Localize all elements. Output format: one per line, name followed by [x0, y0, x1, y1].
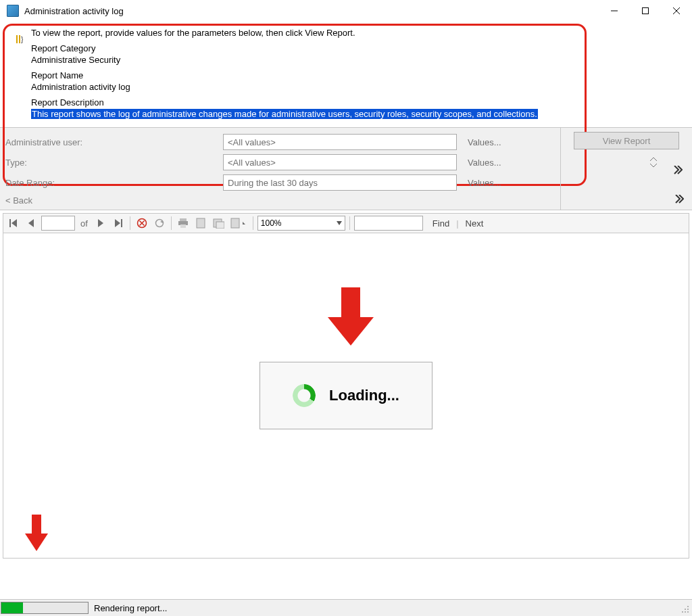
report-description-label: Report Description [31, 97, 684, 108]
page-number-input[interactable] [41, 216, 75, 231]
stop-icon[interactable] [134, 216, 149, 231]
svg-rect-21 [197, 218, 205, 228]
print-layout-icon[interactable] [193, 216, 208, 231]
svg-point-16 [155, 220, 163, 227]
svg-marker-11 [115, 219, 120, 227]
svg-point-32 [685, 609, 686, 610]
param-label-admin-user: Administrative user: [5, 137, 223, 147]
find-input[interactable] [354, 216, 423, 231]
first-page-icon[interactable] [6, 216, 21, 231]
status-bar: Rendering report... [0, 599, 692, 616]
svg-rect-5 [19, 35, 20, 43]
param-values-link-admin-user[interactable]: Values... [468, 137, 501, 147]
param-input-date-range[interactable]: During the last 30 days [223, 174, 457, 191]
progress-bar [1, 602, 89, 614]
annotation-arrow-loading [328, 287, 374, 347]
svg-rect-4 [16, 35, 18, 43]
svg-marker-17 [160, 220, 163, 223]
svg-rect-18 [180, 218, 187, 221]
svg-rect-24 [231, 218, 239, 228]
param-label-date-range: Date Range: [5, 178, 223, 188]
svg-marker-25 [243, 222, 245, 224]
report-category-value: Administrative Security [31, 55, 684, 65]
resize-grip-icon[interactable] [681, 605, 689, 613]
report-name-value: Administration activity log [31, 82, 684, 92]
close-button[interactable] [661, 1, 692, 21]
svg-point-35 [685, 611, 686, 613]
svg-marker-8 [11, 219, 17, 227]
report-name-label: Report Name [31, 70, 684, 80]
title-bar: Administration activity log [0, 0, 692, 22]
parameters-panel: Administrative user: <All values> Values… [0, 127, 692, 210]
last-page-icon[interactable] [111, 216, 126, 231]
svg-point-33 [687, 609, 689, 610]
svg-marker-9 [28, 219, 34, 227]
collapse-params-icon[interactable] [674, 195, 684, 204]
param-values-link-type[interactable]: Values... [468, 158, 501, 168]
svg-rect-20 [180, 224, 186, 228]
svg-rect-29 [32, 515, 41, 535]
view-report-button[interactable]: View Report [574, 132, 679, 149]
refresh-icon[interactable] [152, 216, 167, 231]
param-input-type[interactable]: <All values> [223, 154, 457, 170]
page-of-label: of [80, 218, 88, 229]
svg-text:}: } [21, 35, 23, 43]
svg-point-34 [682, 611, 683, 613]
param-input-admin-user[interactable]: <All values> [223, 134, 457, 150]
spinner-icon [293, 384, 316, 407]
report-category-label: Report Category [31, 43, 684, 53]
loading-dialog: Loading... [260, 362, 432, 429]
svg-point-36 [687, 611, 689, 613]
window-title: Administration activity log [24, 6, 124, 16]
next-page-icon[interactable] [93, 216, 108, 231]
report-description-value: This report shows the log of administrat… [31, 109, 684, 119]
svg-rect-1 [643, 8, 649, 14]
svg-marker-26 [337, 221, 342, 225]
report-info-panel: } To view the report, provide values for… [0, 22, 692, 127]
report-toolbar: of 100% Find | Next [3, 213, 689, 233]
prev-page-icon[interactable] [24, 216, 39, 231]
status-text: Rendering report... [94, 603, 167, 613]
param-label-type: Type: [5, 158, 223, 168]
svg-rect-27 [341, 287, 360, 318]
page-setup-icon[interactable] [211, 216, 226, 231]
find-button[interactable]: Find [432, 218, 449, 229]
svg-marker-28 [328, 317, 374, 346]
minimize-button[interactable] [599, 1, 630, 21]
instruction-text: To view the report, provide values for t… [31, 28, 684, 38]
annotation-arrow-status [25, 515, 48, 552]
svg-point-31 [687, 606, 689, 607]
export-icon[interactable] [228, 216, 249, 231]
svg-marker-30 [25, 534, 48, 551]
svg-marker-10 [98, 219, 103, 227]
print-icon[interactable] [176, 216, 191, 231]
param-values-link-date-range[interactable]: Values... [468, 178, 501, 188]
app-icon [7, 5, 19, 17]
svg-rect-23 [216, 222, 224, 229]
back-link[interactable]: < Back [5, 195, 32, 206]
loading-text: Loading... [329, 387, 399, 404]
info-icon: } [14, 34, 23, 44]
report-viewer: Loading... [3, 233, 689, 559]
zoom-select[interactable]: 100% [257, 216, 345, 231]
maximize-button[interactable] [630, 1, 661, 21]
find-next-button[interactable]: Next [466, 218, 484, 229]
